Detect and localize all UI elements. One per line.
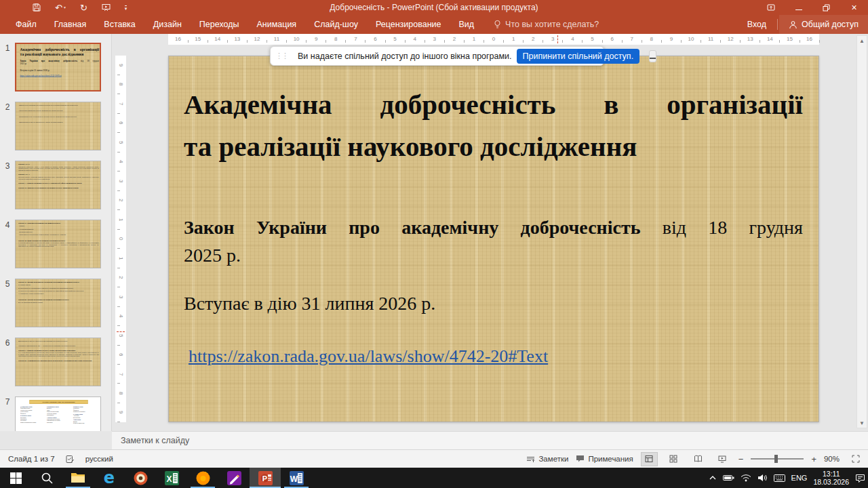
customize-qat-button[interactable]: ▾ — [125, 5, 127, 10]
spelling-status-button[interactable] — [66, 455, 75, 464]
slide-body-text[interactable]: ЗаконУкраїнипроакадемічнудоброчесністьві… — [184, 214, 803, 269]
thumbnail-line: - Обман — [18, 225, 99, 227]
slide-thumbnail-2[interactable]: - Визначення академічної доброчесності т… — [15, 102, 101, 150]
tab-design[interactable]: Дизайн — [144, 15, 191, 34]
slide-title[interactable]: Академічнадоброчесністьворганізації та р… — [184, 83, 803, 167]
hidden-icons-chevron-icon[interactable] — [709, 475, 717, 481]
redo-button[interactable]: ↻ — [80, 3, 87, 12]
zoom-out-button[interactable]: − — [738, 454, 744, 464]
save-button[interactable] — [33, 3, 41, 12]
ruler-number: 12 — [721, 34, 741, 45]
slide-thumbnail-5[interactable]: Стаття 19. Засоби реагування на порушенн… — [15, 279, 101, 327]
scroll-up-icon[interactable]: ▲ — [857, 36, 867, 45]
photo-viewer-icon — [134, 471, 148, 485]
notes-panel[interactable]: Заметки к слайду — [112, 431, 868, 449]
slide-thumbnail-1[interactable]: Академічнадоброчесністьворганізаціїта ре… — [15, 43, 101, 92]
slide-indicator[interactable]: Слайд 1 из 7 — [8, 455, 55, 463]
reading-view-button[interactable] — [690, 452, 707, 466]
poster-line: Математика — [47, 414, 71, 415]
tab-home[interactable]: Главная — [45, 15, 96, 34]
thumbnail-line: 2) проходження додаткового навчання (ака… — [18, 287, 99, 289]
search-button[interactable] — [31, 468, 62, 488]
ruler-number: 4 — [115, 152, 126, 171]
thumbnail-line: Стаття 1, п. 4: — [18, 174, 99, 176]
vertical-ruler[interactable]: 9876543210123456789 — [115, 56, 126, 422]
taskbar-item-word[interactable]: W — [281, 468, 312, 488]
slide-thumbnail-7[interactable]: Основні напрями РВД (за напрямками)1 Гум… — [15, 396, 101, 431]
zoom-in-button[interactable]: + — [811, 454, 816, 464]
minimize-banner-button[interactable] — [649, 50, 656, 62]
slide-thumbnail-6[interactable]: Використання ШІ як є порушенням академіч… — [15, 338, 101, 386]
tab-slideshow[interactable]: Слайд-шоу — [305, 15, 367, 34]
scroll-down-icon[interactable]: ▼ — [857, 418, 867, 428]
zoom-level[interactable]: 90% — [824, 455, 840, 463]
input-language-indicator[interactable]: ENG — [791, 474, 808, 482]
tab-animations[interactable]: Анимация — [248, 15, 305, 34]
thumbnail-row-2: 2- Визначення академічної доброчесності … — [0, 102, 111, 150]
ribbon-display-options-button[interactable] — [757, 0, 785, 15]
taskbar-item-edge[interactable]: e — [94, 468, 125, 488]
slide-thumbnail-4[interactable]: Стаття 17. Порушення академічної доброче… — [15, 220, 101, 268]
thumbnail-line: Стаття 7. Академічна доброчесність у нав… — [18, 182, 99, 184]
thumbnail-panel: 1Академічнадоброчесністьворганізаціїта р… — [0, 34, 112, 431]
drag-handle-icon[interactable]: ⋮⋮ — [275, 52, 288, 60]
comments-icon — [576, 455, 585, 463]
battery-icon[interactable] — [723, 474, 734, 481]
ruler-number: 8 — [326, 34, 346, 45]
taskbar-item-graphics-editor[interactable] — [218, 468, 250, 488]
slide-thumbnail-3[interactable]: Стаття 1, п. 1:навчальної поведінки і тв… — [15, 161, 101, 209]
sign-in-button[interactable]: Вход — [747, 20, 766, 29]
tab-insert[interactable]: Вставка — [95, 15, 144, 34]
ruler-number: 4 — [115, 306, 126, 325]
start-button[interactable] — [0, 468, 31, 488]
thumbnail-content: Стаття 17. Порушення академічної доброче… — [16, 220, 101, 268]
tab-review[interactable]: Рецензирование — [367, 15, 450, 34]
horizontal-ruler[interactable]: 1615141312111098765432101234567891011121… — [168, 34, 819, 45]
zoom-slider-thumb[interactable] — [774, 455, 778, 463]
action-center-button[interactable] — [855, 474, 865, 483]
ruler-number: 2 — [524, 34, 543, 45]
tell-me-box[interactable]: Что вы хотите сделать? — [494, 20, 599, 29]
ruler-number: 7 — [115, 365, 126, 384]
ruler-number: 8 — [642, 34, 661, 45]
volume-icon[interactable] — [757, 474, 768, 482]
ruler-number: 2 — [444, 34, 464, 45]
tab-view[interactable]: Вид — [450, 15, 483, 34]
tab-file[interactable]: Файл — [7, 15, 45, 34]
thumbnail-line: Стаття 17. Порушення академічної доброче… — [18, 222, 99, 224]
vertical-scrollbar[interactable]: ▲ ▼ — [856, 35, 867, 428]
comments-toggle-button[interactable]: Примечания — [576, 455, 633, 463]
taskbar-item-file-explorer[interactable] — [62, 468, 94, 488]
wifi-icon[interactable] — [741, 474, 751, 482]
slide-hyperlink[interactable]: https://zakon.rada.gov.ua/laws/show/4742… — [189, 346, 548, 367]
slide-canvas[interactable]: Академічнадоброчесністьворганізації та р… — [168, 56, 819, 422]
close-button[interactable]: × — [840, 0, 868, 15]
taskbar-clock[interactable]: 13:11 18.03.2026 — [813, 470, 849, 486]
slideshow-view-button[interactable] — [714, 452, 731, 466]
ruler-number: 16 — [168, 34, 188, 45]
slide-number: 1 — [0, 43, 15, 92]
fit-to-window-button[interactable] — [847, 452, 864, 466]
taskbar-item-powerpoint[interactable]: P — [250, 468, 281, 488]
thumbnail-line: - Відповідальність та покарання за поруш… — [18, 115, 99, 117]
taskbar-item-excel[interactable]: X — [156, 468, 187, 488]
tab-transitions[interactable]: Переходы — [191, 15, 248, 34]
undo-button[interactable]: ↶▾ — [55, 3, 66, 12]
stop-sharing-button[interactable]: Припинити спільний доступ. — [517, 49, 640, 64]
taskbar-item-firefox[interactable] — [187, 468, 218, 488]
zoom-slider[interactable] — [751, 458, 804, 460]
taskbar-item-photo-viewer[interactable] — [125, 468, 156, 488]
keyboard-icon[interactable] — [774, 474, 785, 482]
thumbnail-row-3: 3Стаття 1, п. 1:навчальної поведінки і т… — [0, 161, 111, 209]
notes-toggle-button[interactable]: Заметки — [526, 455, 568, 463]
slide-sorter-button[interactable] — [665, 452, 682, 466]
normal-view-button[interactable] — [641, 452, 658, 466]
start-slideshow-button[interactable] — [102, 3, 111, 12]
firefox-icon — [196, 471, 210, 485]
action-center-icon — [855, 474, 865, 483]
share-button[interactable]: Общий доступ — [779, 15, 868, 34]
minimize-button[interactable] — [785, 0, 812, 15]
powerpoint-icon: P — [258, 471, 273, 485]
restore-button[interactable] — [812, 0, 840, 15]
language-status-button[interactable]: русский — [85, 455, 113, 463]
